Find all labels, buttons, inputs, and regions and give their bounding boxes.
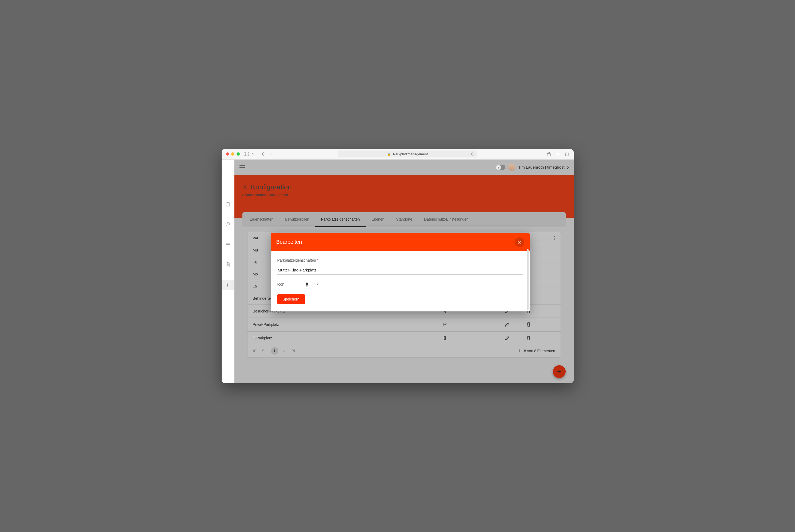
- pager-first[interactable]: [253, 349, 258, 353]
- svg-point-10: [498, 167, 499, 168]
- edit-dialog: Bearbeiten Parkplatzeigenschaften * Icon: [271, 233, 530, 311]
- table-more-button[interactable]: [554, 236, 555, 240]
- rail-item-list[interactable]: [222, 239, 234, 250]
- reload-button[interactable]: [471, 152, 475, 156]
- pager-prev[interactable]: [262, 349, 267, 353]
- tab-datenschutz[interactable]: Datenschutz-Einstellungen: [418, 212, 474, 227]
- avatar[interactable]: [508, 164, 516, 171]
- theme-toggle[interactable]: [496, 165, 505, 170]
- svg-rect-4: [226, 202, 229, 206]
- share-button[interactable]: [547, 152, 551, 156]
- pager-last[interactable]: [292, 349, 296, 353]
- menu-button[interactable]: [239, 165, 245, 169]
- minimize-window-button[interactable]: [231, 152, 234, 156]
- address-bar[interactable]: 🔒 Parkplatzmanagement: [338, 151, 477, 157]
- svg-rect-7: [226, 263, 229, 267]
- window-controls: [226, 152, 240, 156]
- table-row: E-Parkplatz: [248, 332, 561, 344]
- svg-point-14: [554, 239, 555, 240]
- icon-select[interactable]: ▼: [306, 282, 319, 287]
- rail-item-tasks[interactable]: [222, 260, 234, 270]
- sun-icon: [496, 165, 501, 170]
- field-label: Parkplatzeigenschaften *: [277, 258, 523, 262]
- address-text: Parkplatzmanagement: [393, 152, 428, 156]
- tab-bar: Eigenschaften Benutzerrollen Parkplatzei…: [242, 212, 566, 227]
- dialog-scrollbar[interactable]: [527, 249, 528, 310]
- tab-ebenen[interactable]: Ebenen: [366, 212, 390, 227]
- tab-benutzerrollen[interactable]: Benutzerrollen: [279, 212, 315, 227]
- svg-point-9: [227, 284, 228, 285]
- tab-standorte[interactable]: Standorte: [390, 212, 418, 227]
- table-pager: 1 1 - 8 von 8 Elementen: [248, 344, 561, 357]
- rail-item-settings[interactable]: [222, 280, 234, 290]
- topbar: Tim Lauenroth | timeghost.io: [234, 159, 574, 175]
- lock-icon: 🔒: [387, 152, 391, 156]
- battery-icon: [443, 336, 496, 341]
- breadcrumb[interactable]: Administration Konfiguration: [242, 193, 566, 197]
- left-nav-rail: [222, 159, 234, 383]
- browser-titlebar: 🔒 Parkplatzmanagement: [222, 149, 574, 159]
- rail-item-history[interactable]: [222, 219, 234, 230]
- svg-rect-19: [444, 336, 445, 336]
- edit-button[interactable]: [496, 322, 518, 327]
- person-icon: [306, 282, 308, 287]
- tab-eigenschaften[interactable]: Eigenschaften: [244, 212, 279, 227]
- delete-button[interactable]: [518, 322, 539, 327]
- page-title: Konfiguration: [251, 183, 292, 191]
- letter-p-icon: P: [443, 322, 496, 328]
- sidebar-dropdown-icon[interactable]: [252, 153, 254, 155]
- main-area: Tim Lauenroth | timeghost.io Konfigurati…: [234, 159, 574, 383]
- dialog-close-button[interactable]: [515, 238, 524, 247]
- chevron-down-icon: ▼: [316, 283, 319, 286]
- close-window-button[interactable]: [226, 152, 229, 156]
- nav-back-button[interactable]: [261, 152, 264, 156]
- dialog-title: Bearbeiten: [276, 239, 302, 245]
- delete-button[interactable]: [518, 336, 539, 340]
- svg-point-12: [554, 236, 555, 237]
- pager-next[interactable]: [283, 349, 288, 353]
- row-name: Privat-Parkplatz: [253, 322, 443, 327]
- pager-current[interactable]: 1: [271, 347, 278, 355]
- edit-button[interactable]: [496, 336, 518, 340]
- svg-rect-0: [244, 152, 249, 156]
- page-header: Konfiguration Administration Konfigurati…: [234, 175, 574, 217]
- svg-rect-3: [565, 153, 568, 156]
- svg-point-11: [245, 186, 246, 188]
- save-button[interactable]: Speichern: [277, 294, 305, 304]
- property-name-input[interactable]: [277, 265, 523, 275]
- pager-summary: 1 - 8 von 8 Elementen: [519, 349, 555, 353]
- toggle-sidebar-button[interactable]: [244, 152, 249, 156]
- table-row: Privat-Parkplatz P: [248, 318, 561, 332]
- gear-icon: [242, 184, 248, 190]
- icon-select-label: Icon: [277, 282, 284, 286]
- tab-parkplatzeigenschaften[interactable]: Parkplatzeigenschaften: [315, 212, 366, 227]
- fab-add-button[interactable]: +: [553, 365, 566, 378]
- app-window: 🔒 Parkplatzmanagement: [222, 149, 574, 383]
- svg-point-13: [554, 238, 555, 239]
- tabs-overview-button[interactable]: [565, 152, 570, 156]
- new-tab-button[interactable]: [556, 152, 560, 156]
- row-name: E-Parkplatz: [253, 336, 443, 340]
- rail-item-clipboard[interactable]: [222, 199, 234, 209]
- maximize-window-button[interactable]: [237, 152, 240, 156]
- user-label: Tim Lauenroth | timeghost.io: [518, 165, 568, 169]
- nav-forward-button[interactable]: [269, 152, 272, 156]
- svg-point-20: [306, 282, 307, 283]
